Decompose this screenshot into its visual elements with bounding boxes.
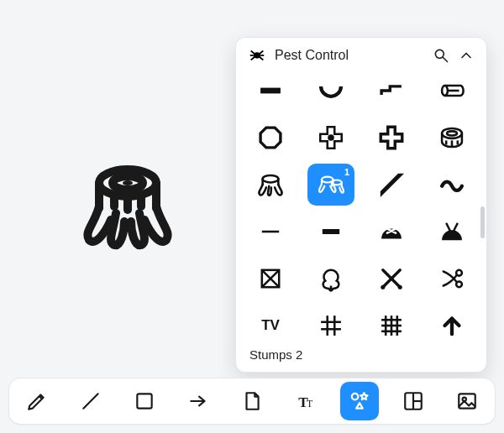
tool-symbols[interactable] — [340, 382, 379, 420]
symbol-plus-pad[interactable] — [368, 117, 415, 159]
variant-badge: 1 — [344, 167, 349, 177]
picker-category-title: Pest Control — [275, 48, 424, 63]
pest-icon — [248, 46, 266, 65]
symbol-tree-round[interactable] — [307, 258, 354, 300]
symbol-arrow-up[interactable] — [428, 305, 475, 342]
tool-image[interactable] — [448, 382, 486, 420]
symbol-tv[interactable] — [247, 305, 294, 342]
tool-page[interactable] — [233, 382, 271, 420]
symbol-step[interactable] — [368, 70, 415, 112]
bottom-toolbar — [8, 378, 496, 425]
tool-draw[interactable] — [18, 382, 56, 420]
symbol-stumps-2[interactable]: 1 — [307, 164, 354, 206]
tool-rect[interactable] — [125, 382, 164, 420]
symbol-log-side[interactable] — [428, 70, 475, 112]
symbol-dome-x[interactable] — [368, 211, 415, 253]
search-icon[interactable] — [433, 47, 449, 64]
symbol-crossed-box[interactable] — [247, 258, 294, 300]
collapse-icon[interactable] — [458, 47, 475, 64]
symbol-hash-2[interactable] — [368, 305, 415, 342]
symbol-grid[interactable]: 1 — [236, 70, 486, 342]
canvas-symbol-stumps-2[interactable] — [77, 154, 178, 255]
symbol-log-top[interactable] — [428, 117, 475, 159]
tool-layout[interactable] — [394, 382, 433, 420]
symbol-antenna[interactable] — [428, 211, 475, 253]
picker-header: Pest Control — [236, 38, 486, 70]
symbol-tilde[interactable] — [428, 164, 475, 206]
symbol-cross-pad[interactable] — [307, 117, 354, 159]
symbol-blade[interactable] — [368, 164, 415, 206]
tool-text[interactable] — [286, 382, 325, 420]
symbol-picker-panel: Pest Control 1 Stumps 2 — [235, 37, 487, 373]
symbol-minus[interactable] — [247, 211, 294, 253]
tool-line[interactable] — [71, 382, 110, 420]
symbol-arc[interactable] — [307, 70, 354, 112]
symbol-hash-1[interactable] — [307, 305, 354, 342]
symbol-minus-bold[interactable] — [307, 211, 354, 253]
symbol-bar-thick[interactable] — [247, 70, 294, 112]
symbol-cut[interactable] — [368, 258, 415, 300]
symbol-stump-1[interactable] — [247, 164, 294, 206]
scrollbar-thumb[interactable] — [480, 206, 485, 238]
tool-arrow[interactable] — [179, 382, 218, 420]
selected-symbol-label: Stumps 2 — [236, 342, 486, 372]
symbol-octagon[interactable] — [247, 117, 294, 159]
symbol-shears[interactable] — [428, 258, 475, 300]
